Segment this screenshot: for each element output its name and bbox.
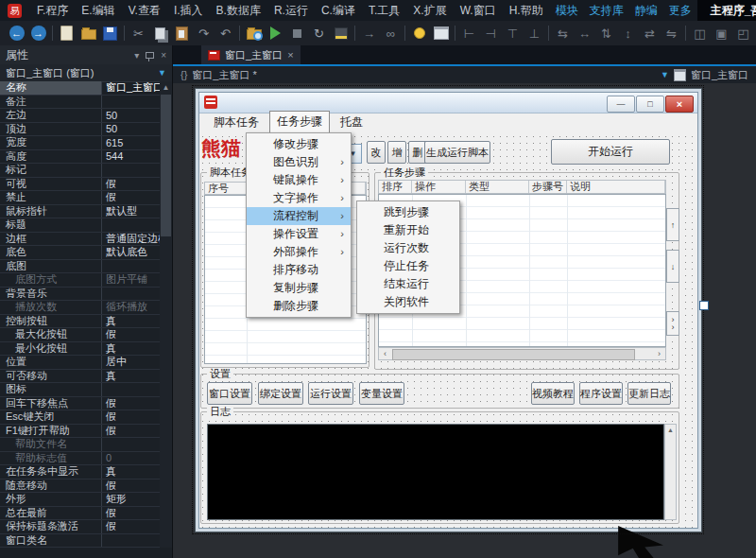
property-value[interactable]: 窗口_主窗口…	[102, 81, 161, 95]
edit-step-button[interactable]: 改	[367, 141, 386, 164]
copy-icon[interactable]	[149, 24, 171, 43]
property-value[interactable]: 假	[102, 519, 161, 533]
menu-link[interactable]: 支持库	[584, 3, 629, 19]
menu-item[interactable]: W.窗口	[454, 3, 503, 19]
same-size-icon[interactable]: ◫	[689, 24, 711, 43]
stop-icon[interactable]	[286, 24, 308, 43]
property-value[interactable]: 默认型	[102, 204, 161, 218]
close-icon[interactable]: ×	[161, 50, 166, 61]
property-row[interactable]: 最小化按钮真	[0, 342, 161, 357]
property-row[interactable]: 底图方式图片平铺	[0, 273, 161, 288]
property-row[interactable]: 高度544	[0, 150, 161, 165]
column-header[interactable]: 说明	[567, 181, 665, 193]
align-left-icon[interactable]: ⊢	[458, 24, 480, 43]
menu-item[interactable]: I.插入	[167, 3, 210, 19]
form-menu-tab[interactable]: 脚本任务	[207, 113, 266, 133]
menu-link[interactable]: 更多	[663, 3, 697, 19]
log-scrollbar[interactable]: ▲	[664, 424, 677, 520]
space-across-icon[interactable]: ⇆	[552, 24, 574, 43]
property-value[interactable]: 真	[102, 369, 161, 383]
close-button[interactable]: ×	[665, 96, 694, 113]
property-row[interactable]: 外形矩形	[0, 493, 161, 507]
new-file-icon[interactable]	[56, 24, 77, 43]
cut-icon[interactable]: ✂	[128, 24, 149, 43]
height-tool-icon[interactable]: ▣	[711, 24, 732, 43]
property-value[interactable]: 矩形	[102, 492, 161, 506]
property-value[interactable]: 0	[102, 452, 161, 463]
menu-item[interactable]: E.编辑	[75, 3, 121, 19]
property-value[interactable]: 假	[102, 327, 161, 341]
link-icon[interactable]: ∞	[380, 24, 402, 43]
menu-item[interactable]: X.扩展	[406, 3, 453, 19]
property-value[interactable]: 假	[102, 190, 161, 204]
property-row[interactable]: 左边50	[0, 109, 161, 123]
property-row[interactable]: F1键打开帮助假	[0, 425, 161, 439]
start-run-button[interactable]: 开始运行	[551, 139, 670, 165]
submenu-item[interactable]: 重新开始	[357, 221, 459, 239]
step-up-button[interactable]: ↑	[666, 208, 679, 241]
property-row[interactable]: 可否移动真	[0, 370, 161, 384]
property-row[interactable]: 底色默认底色	[0, 246, 161, 260]
same-width-icon[interactable]: ⇄	[639, 24, 661, 43]
step-down-button[interactable]: ↓	[666, 250, 679, 283]
property-row[interactable]: 最大化按钮假	[0, 328, 161, 342]
column-header[interactable]: 类型	[466, 181, 529, 193]
restart-icon[interactable]: ↻	[308, 24, 330, 43]
center-vertical-icon[interactable]: ↕	[617, 24, 639, 43]
menu-link[interactable]: 静编	[629, 3, 663, 19]
space-down-icon[interactable]: ⇅	[595, 24, 617, 43]
app-logo-icon[interactable]: 易	[8, 4, 22, 18]
context-menu-item[interactable]: 键鼠操作›	[247, 171, 351, 189]
context-menu-item[interactable]: 文字操作›	[247, 189, 351, 207]
settings-button[interactable]: 程序设置	[579, 382, 623, 405]
property-value[interactable]: 真	[102, 341, 161, 356]
properties-scrollbar[interactable]: ▲	[160, 81, 172, 548]
property-row[interactable]: 播放次数循环播放	[0, 301, 161, 315]
scroll-right-icon[interactable]: ›	[653, 348, 665, 359]
align-bottom-icon[interactable]: ⊥	[524, 24, 545, 43]
redo-icon[interactable]: ↷	[193, 24, 215, 43]
tab-close-icon[interactable]: ×	[287, 49, 293, 61]
property-value[interactable]: 50	[102, 123, 161, 134]
form-menu-tab[interactable]: 托盘	[334, 113, 369, 133]
new-window-icon[interactable]	[430, 24, 452, 43]
grid-icon[interactable]: ◰	[732, 24, 754, 43]
property-value[interactable]: 真	[102, 314, 161, 328]
step-jump-button[interactable]: ››	[666, 311, 679, 336]
log-textbox[interactable]	[207, 424, 664, 520]
scroll-up-icon[interactable]: ▲	[160, 81, 172, 94]
edit-step-button[interactable]: 增	[387, 141, 406, 164]
steps-hscrollbar[interactable]: ‹ ›	[378, 347, 666, 360]
undo-icon[interactable]: ↶	[215, 24, 236, 43]
property-value[interactable]: 真	[102, 464, 161, 479]
submenu-item[interactable]: 结束运行	[357, 275, 459, 293]
chevron-down-icon[interactable]: ▾	[134, 50, 139, 61]
menu-item[interactable]: V.查看	[122, 3, 167, 19]
tip-bulb-icon[interactable]	[408, 24, 430, 43]
context-menu-item[interactable]: 图色识别›	[247, 153, 351, 171]
settings-button[interactable]: 视频教程	[531, 382, 575, 405]
column-header[interactable]: 排序	[379, 181, 412, 193]
context-menu-item[interactable]: 操作设置›	[247, 225, 351, 243]
property-row[interactable]: 边框普通固定边框	[0, 233, 161, 247]
property-row[interactable]: 鼠标指针默认型	[0, 205, 161, 219]
property-row[interactable]: 顶边50	[0, 123, 161, 137]
settings-button[interactable]: 绑定设置	[258, 382, 303, 405]
property-row[interactable]: Esc键关闭假	[0, 410, 161, 425]
property-value[interactable]: 假	[102, 506, 161, 520]
property-row[interactable]: 标记	[0, 164, 161, 178]
property-value[interactable]: 假	[102, 177, 161, 191]
context-menu-item[interactable]: 删除步骤	[247, 297, 351, 315]
settings-button[interactable]: 更新日志	[627, 382, 671, 405]
scroll-up-icon[interactable]: ▲	[665, 425, 676, 435]
property-row[interactable]: 禁止假	[0, 191, 161, 205]
property-value[interactable]: 假	[102, 396, 161, 410]
dropdown-arrow-icon[interactable]: ▼	[661, 70, 669, 79]
property-row[interactable]: 图标	[0, 383, 161, 397]
folder-search-icon[interactable]	[243, 24, 265, 43]
context-menu-item[interactable]: 流程控制›	[247, 207, 351, 225]
property-value[interactable]: 假	[102, 479, 161, 493]
property-row[interactable]: 在任务条中显示真	[0, 465, 161, 480]
pin-icon[interactable]	[146, 52, 154, 59]
column-header[interactable]: 序号	[205, 183, 247, 194]
